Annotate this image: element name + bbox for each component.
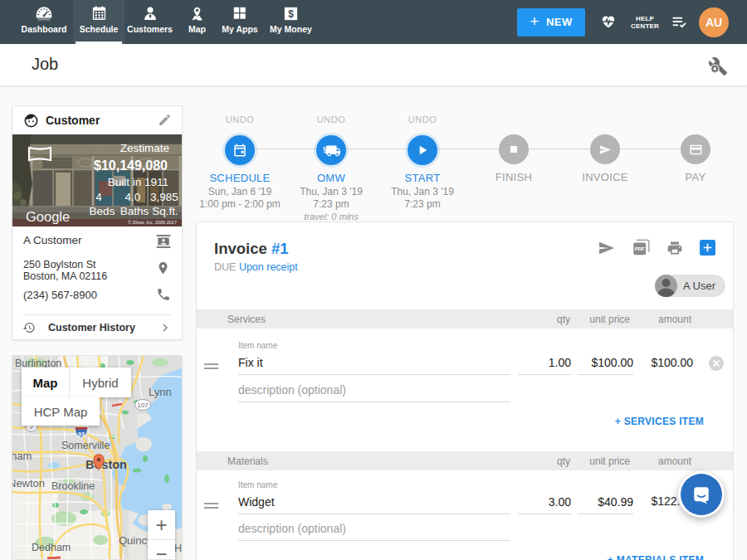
svg-text:$: $ xyxy=(288,8,294,20)
svg-text:Hi: Hi xyxy=(174,543,183,554)
svg-text:© Zillow, Inc. 2006-2017: © Zillow, Inc. 2006-2017 xyxy=(128,220,177,225)
svg-text:93: 93 xyxy=(78,431,85,438)
svg-text:Beds: Beds xyxy=(90,205,115,217)
svg-text:Dedham: Dedham xyxy=(32,542,71,553)
svg-text:Google: Google xyxy=(26,209,70,224)
svg-text:Zestimate: Zestimate xyxy=(120,142,169,154)
svg-text:Boston: Boston xyxy=(85,458,127,471)
svg-text:Newton: Newton xyxy=(12,477,45,489)
svg-text:Sq.ft.: Sq.ft. xyxy=(152,205,178,217)
svg-text:PDF: PDF xyxy=(635,246,645,251)
svg-text:4.0: 4.0 xyxy=(125,191,141,203)
svg-text:$10,149,080: $10,149,080 xyxy=(94,158,168,173)
svg-text:Built in 1911: Built in 1911 xyxy=(108,176,168,188)
svg-text:4: 4 xyxy=(95,191,102,203)
svg-text:107: 107 xyxy=(137,402,149,409)
svg-text:ham: ham xyxy=(12,450,32,462)
svg-text:Baths: Baths xyxy=(120,205,149,217)
svg-text:Lynn: Lynn xyxy=(149,386,172,398)
svg-text:Brookline: Brookline xyxy=(51,480,95,492)
svg-text:Somerville: Somerville xyxy=(61,440,110,451)
svg-text:3,985: 3,985 xyxy=(150,191,178,203)
